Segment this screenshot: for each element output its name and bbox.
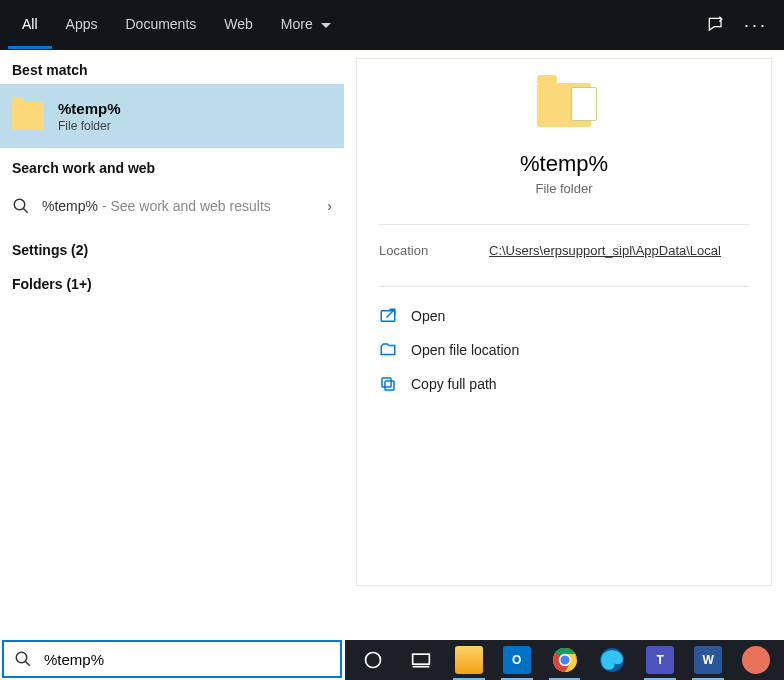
best-match-result[interactable]: %temp% File folder (0, 84, 344, 148)
svg-rect-4 (385, 381, 394, 390)
filter-tabs-bar: All Apps Documents Web More ··· (0, 0, 784, 50)
chrome-icon (552, 647, 578, 673)
tab-more[interactable]: More (267, 2, 345, 49)
divider (379, 224, 749, 225)
taskbar-chrome[interactable] (543, 640, 587, 680)
teams-icon: T (646, 646, 674, 674)
taskbar-taskview[interactable] (399, 640, 443, 680)
tab-web[interactable]: Web (210, 2, 267, 49)
section-settings[interactable]: Settings (2) (0, 230, 344, 264)
content-row: Best match %temp% File folder Search wor… (0, 50, 784, 638)
feedback-icon (706, 15, 726, 35)
web-result-left: %temp% - See work and web results (12, 197, 271, 215)
taskbar-word[interactable]: W (686, 640, 730, 680)
folder-large-icon (537, 83, 591, 127)
taskbar-cortana[interactable] (351, 640, 395, 680)
feedback-button[interactable] (696, 15, 736, 35)
search-input[interactable] (42, 650, 330, 669)
copy-icon (379, 375, 397, 393)
taskbar-outlook[interactable]: O (495, 640, 539, 680)
results-pane: Best match %temp% File folder Search wor… (0, 50, 344, 638)
svg-point-0 (14, 199, 25, 210)
open-icon (379, 307, 397, 325)
web-search-result[interactable]: %temp% - See work and web results › (0, 182, 344, 230)
tab-more-label: More (281, 16, 313, 32)
tab-documents[interactable]: Documents (111, 2, 210, 49)
search-box[interactable] (2, 640, 342, 678)
snip-icon (742, 646, 770, 674)
location-row: Location C:\Users\erpsupport_sipl\AppDat… (379, 243, 749, 258)
file-explorer-icon (455, 646, 483, 674)
taskbar-snip[interactable] (734, 640, 778, 680)
preview-subtitle: File folder (535, 181, 592, 196)
best-match-text: %temp% File folder (58, 100, 121, 133)
best-match-title: %temp% (58, 100, 121, 117)
tab-apps[interactable]: Apps (52, 2, 112, 49)
taskview-icon (411, 652, 431, 668)
web-result-hint: - See work and web results (98, 198, 271, 214)
taskbar: O T W (345, 640, 784, 680)
taskbar-edge[interactable] (590, 640, 634, 680)
section-best-match: Best match (0, 50, 344, 84)
outlook-icon: O (503, 646, 531, 674)
ellipsis-icon: ··· (744, 15, 768, 36)
search-icon (12, 197, 30, 215)
svg-rect-9 (412, 654, 429, 664)
action-open-label: Open (411, 308, 445, 324)
word-icon: W (694, 646, 722, 674)
search-icon (14, 650, 32, 668)
svg-line-7 (25, 661, 30, 666)
svg-point-8 (365, 653, 380, 668)
folder-icon (12, 102, 44, 130)
web-result-text: %temp% - See work and web results (42, 198, 271, 214)
section-folders[interactable]: Folders (1+) (0, 264, 344, 298)
svg-point-6 (16, 652, 27, 663)
preview-header: %temp% File folder (379, 83, 749, 196)
best-match-subtitle: File folder (58, 119, 121, 133)
taskbar-teams[interactable]: T (638, 640, 682, 680)
svg-line-1 (23, 208, 28, 213)
taskbar-file-explorer[interactable] (447, 640, 491, 680)
location-path-link[interactable]: C:\Users\erpsupport_sipl\AppData\Local (489, 243, 721, 258)
action-copy-path[interactable]: Copy full path (379, 367, 749, 401)
chevron-down-icon (321, 23, 331, 29)
open-location-icon (379, 341, 397, 359)
preview-card: %temp% File folder Location C:\Users\erp… (356, 58, 772, 586)
tab-all[interactable]: All (8, 2, 52, 49)
action-copy-path-label: Copy full path (411, 376, 497, 392)
section-search-web: Search work and web (0, 148, 344, 182)
svg-rect-5 (382, 378, 391, 387)
web-result-query: %temp% (42, 198, 98, 214)
action-open-location[interactable]: Open file location (379, 333, 749, 367)
options-button[interactable]: ··· (736, 15, 776, 36)
preview-pane: %temp% File folder Location C:\Users\erp… (344, 50, 784, 638)
location-label: Location (379, 243, 489, 258)
edge-icon (599, 647, 625, 673)
chevron-right-icon: › (327, 198, 332, 214)
preview-title: %temp% (520, 151, 608, 177)
action-open[interactable]: Open (379, 299, 749, 333)
action-open-location-label: Open file location (411, 342, 519, 358)
cortana-icon (363, 650, 383, 670)
